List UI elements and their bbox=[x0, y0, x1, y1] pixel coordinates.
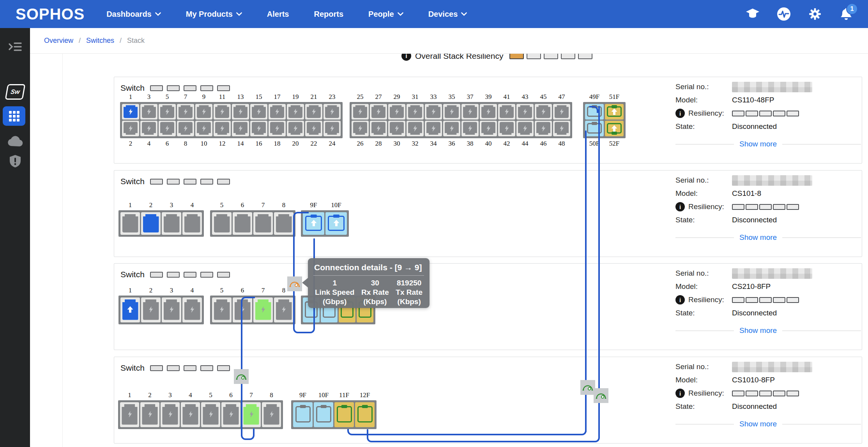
switch-port[interactable] bbox=[232, 121, 249, 136]
switch-port[interactable] bbox=[159, 104, 176, 120]
switch-port[interactable] bbox=[355, 402, 375, 427]
switch-port[interactable] bbox=[324, 104, 341, 120]
settings-gear-icon[interactable] bbox=[808, 7, 822, 21]
switch-port[interactable] bbox=[388, 121, 405, 136]
switch-port[interactable] bbox=[253, 297, 273, 322]
switch-port[interactable] bbox=[334, 402, 354, 427]
show-more-link[interactable]: Show more bbox=[739, 420, 777, 428]
gauge-green-icon[interactable] bbox=[594, 388, 608, 403]
collapse-sidebar-icon[interactable] bbox=[0, 37, 30, 56]
switch-port[interactable] bbox=[269, 104, 286, 120]
breadcrumb-item-switches[interactable]: Switches bbox=[86, 37, 114, 45]
switch-port[interactable] bbox=[352, 104, 369, 120]
switch-port[interactable] bbox=[269, 121, 286, 136]
switch-port[interactable] bbox=[274, 297, 293, 322]
switch-port[interactable] bbox=[122, 104, 139, 120]
switch-port[interactable] bbox=[443, 121, 460, 136]
nav-item-my-products[interactable]: My Products bbox=[186, 10, 242, 19]
switch-port[interactable] bbox=[250, 104, 267, 120]
show-more-link[interactable]: Show more bbox=[739, 140, 777, 148]
switch-port[interactable] bbox=[425, 104, 442, 120]
switch-port[interactable] bbox=[274, 212, 293, 235]
switch-port[interactable] bbox=[461, 121, 479, 136]
switch-port[interactable] bbox=[370, 121, 387, 136]
switch-port[interactable] bbox=[120, 212, 140, 235]
switch-port[interactable] bbox=[443, 104, 460, 120]
academy-icon[interactable] bbox=[746, 7, 760, 21]
switch-port[interactable] bbox=[325, 212, 347, 235]
gauge-green-icon[interactable] bbox=[234, 369, 249, 384]
switch-port[interactable] bbox=[162, 297, 181, 322]
switch-port[interactable] bbox=[221, 402, 240, 427]
switch-port[interactable] bbox=[250, 121, 267, 136]
switch-port[interactable] bbox=[324, 121, 341, 136]
show-more-link[interactable]: Show more bbox=[739, 233, 777, 242]
nav-item-reports[interactable]: Reports bbox=[314, 10, 343, 19]
apps-grid-icon[interactable] bbox=[3, 106, 25, 126]
switch-port[interactable] bbox=[553, 121, 570, 136]
switch-port[interactable] bbox=[120, 297, 140, 322]
switch-port[interactable] bbox=[553, 104, 570, 120]
switch-port[interactable] bbox=[498, 121, 515, 136]
switch-port[interactable] bbox=[516, 121, 534, 136]
switch-port[interactable] bbox=[233, 212, 252, 235]
switch-port[interactable] bbox=[388, 104, 405, 120]
breadcrumb-item-overview[interactable]: Overview bbox=[44, 37, 73, 45]
switch-port[interactable] bbox=[242, 402, 261, 427]
switch-port[interactable] bbox=[120, 402, 139, 427]
switch-port[interactable] bbox=[425, 121, 442, 136]
switch-port[interactable] bbox=[352, 121, 369, 136]
sophos-logo[interactable]: SOPHOS bbox=[16, 5, 85, 23]
nav-item-alerts[interactable]: Alerts bbox=[267, 10, 289, 19]
switch-port[interactable] bbox=[605, 121, 624, 136]
switch-port[interactable] bbox=[140, 121, 157, 136]
switch-port[interactable] bbox=[177, 121, 194, 136]
resiliency-info-icon[interactable]: i bbox=[675, 109, 685, 118]
switch-port[interactable] bbox=[305, 121, 322, 136]
show-more-link[interactable]: Show more bbox=[739, 326, 777, 335]
notifications-bell-icon[interactable]: 1 bbox=[839, 7, 853, 21]
switch-port[interactable] bbox=[195, 104, 212, 120]
switch-port[interactable] bbox=[605, 104, 624, 120]
switch-port[interactable] bbox=[182, 212, 202, 235]
switch-port[interactable] bbox=[480, 121, 497, 136]
switch-port[interactable] bbox=[461, 104, 479, 120]
switch-port[interactable] bbox=[122, 121, 139, 136]
switch-port[interactable] bbox=[212, 212, 232, 235]
switch-port[interactable] bbox=[140, 402, 159, 427]
health-icon[interactable] bbox=[777, 7, 791, 21]
switch-port[interactable] bbox=[262, 402, 281, 427]
switch-port[interactable] bbox=[181, 402, 200, 427]
switch-port[interactable] bbox=[516, 104, 534, 120]
switch-port[interactable] bbox=[293, 402, 313, 427]
nav-item-dashboards[interactable]: Dashboards bbox=[106, 10, 161, 19]
switch-port[interactable] bbox=[287, 104, 304, 120]
gauge-orange-icon[interactable] bbox=[287, 276, 302, 291]
switch-port[interactable] bbox=[214, 104, 231, 120]
switch-port[interactable] bbox=[480, 104, 497, 120]
switch-port[interactable] bbox=[162, 212, 181, 235]
switch-port[interactable] bbox=[195, 121, 212, 136]
switch-port[interactable] bbox=[212, 297, 232, 322]
resiliency-info-icon[interactable]: i bbox=[675, 389, 685, 398]
switch-port[interactable] bbox=[161, 402, 180, 427]
resiliency-info-icon[interactable]: i bbox=[675, 202, 685, 211]
switch-product-icon[interactable]: Sw bbox=[0, 83, 30, 101]
switch-port[interactable] bbox=[535, 121, 552, 136]
switch-port[interactable] bbox=[141, 297, 161, 322]
switch-port[interactable] bbox=[232, 104, 249, 120]
switch-port[interactable] bbox=[214, 121, 231, 136]
switch-port[interactable] bbox=[314, 402, 333, 427]
gauge-green-icon[interactable] bbox=[580, 380, 595, 395]
nav-item-people[interactable]: People bbox=[368, 10, 403, 19]
switch-port[interactable] bbox=[585, 121, 604, 136]
switch-port[interactable] bbox=[407, 104, 424, 120]
switch-port[interactable] bbox=[141, 212, 161, 235]
switch-port[interactable] bbox=[303, 212, 324, 235]
switch-port[interactable] bbox=[535, 104, 552, 120]
switch-port[interactable] bbox=[140, 104, 157, 120]
switch-port[interactable] bbox=[370, 104, 387, 120]
switch-port[interactable] bbox=[182, 297, 202, 322]
switch-port[interactable] bbox=[407, 121, 424, 136]
switch-port[interactable] bbox=[305, 104, 322, 120]
